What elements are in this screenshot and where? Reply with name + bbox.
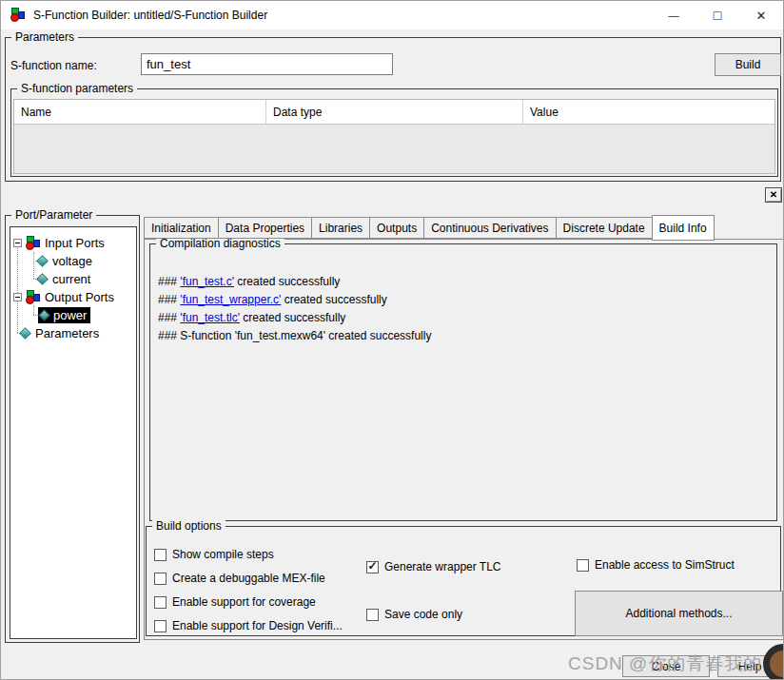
build-button[interactable]: Build	[715, 53, 781, 76]
checkbox-checked-icon: ✓	[366, 561, 379, 573]
checkbox-enable-design-verifier[interactable]: Enable support for Design Verifi...	[154, 618, 343, 633]
diagnostic-line: ### 'fun_test_wrapper.c' created success…	[158, 291, 769, 309]
tree-item-parameters[interactable]: Parameters	[10, 324, 136, 342]
checkbox-icon	[577, 559, 589, 572]
tab-bar: Initialization Data Properties Libraries…	[144, 217, 715, 239]
tab-libraries[interactable]: Libraries	[311, 217, 370, 239]
tab-continuous-derivatives[interactable]: Continuous Derivatives	[423, 217, 556, 239]
ports-group-icon	[26, 290, 41, 305]
checkbox-enable-simstruct[interactable]: Enable access to SimStruct	[577, 557, 735, 573]
sfunction-parameters-group: S-function parameters Name Data type Val…	[10, 88, 778, 177]
close-button[interactable]: Close	[622, 655, 710, 677]
close-pane-icon: ✕	[770, 190, 777, 200]
tree-item-label: Parameters	[35, 326, 99, 340]
port-diamond-icon	[36, 273, 49, 285]
tab-outputs[interactable]: Outputs	[369, 217, 424, 239]
collapse-icon[interactable]	[13, 239, 22, 247]
checkbox-icon	[154, 596, 167, 609]
column-header-value: Value	[523, 100, 774, 124]
file-link-fun-test-tlc[interactable]: 'fun_test.tlc'	[180, 311, 240, 324]
checkbox-label: Generate wrapper TLC	[384, 560, 501, 573]
checkbox-label: Show compile steps	[172, 548, 274, 561]
sfunction-parameters-legend: S-function parameters	[17, 82, 137, 95]
checkbox-label: Enable access to SimStruct	[595, 558, 735, 572]
column-header-name: Name	[14, 100, 266, 124]
port-parameter-tree: Input Ports voltage current Output Ports…	[10, 226, 137, 639]
tree-item-label: voltage	[52, 254, 92, 268]
collapse-icon[interactable]	[13, 293, 22, 301]
parameters-legend: Parameters	[11, 30, 78, 44]
close-icon: ✕	[756, 9, 767, 23]
additional-methods-button[interactable]: Additional methods...	[575, 591, 783, 636]
parameter-diamond-icon	[19, 327, 31, 340]
tree-item-label: current	[52, 272, 90, 286]
tree-item-output-ports[interactable]: Output Ports	[10, 288, 136, 306]
diagnostic-line: ### 'fun_test.c' created successfully	[158, 273, 769, 291]
ports-group-icon	[26, 236, 41, 251]
minimize-button[interactable]: —	[652, 1, 696, 29]
sfunction-name-input[interactable]	[141, 53, 393, 75]
port-parameter-group: Port/Parameter Input Ports voltage curre…	[5, 215, 140, 643]
compilation-diagnostics-legend: Compilation diagnostics	[156, 237, 284, 250]
tab-discrete-update[interactable]: Discrete Update	[556, 217, 653, 239]
port-diamond-icon	[38, 309, 50, 321]
minimize-icon: —	[669, 10, 679, 21]
close-pane-button[interactable]: ✕	[765, 187, 782, 203]
checkbox-create-debuggable-mex[interactable]: Create a debuggable MEX-file	[154, 571, 325, 586]
floating-widget-circle	[763, 644, 784, 680]
tree-item-power-selected[interactable]: power	[10, 306, 136, 324]
tree-item-input-ports[interactable]: Input Ports	[10, 234, 136, 252]
maximize-button[interactable]: □	[696, 1, 739, 29]
column-header-data-type: Data type	[266, 100, 523, 124]
tree-item-label: Output Ports	[45, 290, 114, 304]
close-window-button[interactable]: ✕	[739, 1, 783, 29]
checkbox-icon	[154, 620, 167, 632]
file-link-fun-test-wrapper-c[interactable]: 'fun_test_wrapper.c'	[180, 293, 281, 306]
checkbox-icon	[366, 609, 379, 621]
maximize-icon: □	[714, 8, 721, 23]
build-options-group: Build options Show compile steps Create …	[146, 526, 781, 636]
compilation-diagnostics-group: Compilation diagnostics ### 'fun_test.c'…	[149, 243, 777, 521]
checkbox-label: Enable support for Design Verifi...	[172, 619, 343, 632]
checkbox-generate-wrapper-tlc[interactable]: ✓ Generate wrapper TLC	[366, 559, 501, 574]
checkbox-icon	[154, 573, 167, 585]
tab-build-info[interactable]: Build Info	[652, 215, 715, 241]
port-diamond-icon	[36, 255, 49, 267]
checkbox-enable-coverage[interactable]: Enable support for coverage	[154, 594, 316, 610]
sfunction-builder-app-icon	[10, 8, 26, 23]
checkbox-label: Create a debuggable MEX-file	[172, 572, 325, 585]
diagnostic-line: ### 'fun_test.tlc' created successfully	[158, 309, 769, 327]
sfunction-builder-dialog: S-Function Builder: untitled/S-Function …	[0, 0, 784, 680]
tree-selection-highlight: power	[38, 307, 90, 323]
sfunction-name-label: S-function name:	[10, 59, 97, 72]
tab-data-properties[interactable]: Data Properties	[218, 217, 312, 239]
tree-item-label: Input Ports	[45, 236, 105, 250]
tab-initialization[interactable]: Initialization	[144, 217, 219, 239]
port-parameter-legend: Port/Parameter	[11, 208, 96, 222]
tree-item-current[interactable]: current	[10, 270, 136, 288]
window-title: S-Function Builder: untitled/S-Function …	[33, 1, 267, 29]
build-options-legend: Build options	[152, 519, 225, 533]
checkbox-label: Save code only	[384, 608, 462, 621]
title-bar: S-Function Builder: untitled/S-Function …	[1, 1, 783, 29]
checkbox-save-code-only[interactable]: Save code only	[366, 607, 462, 622]
checkbox-icon	[154, 549, 167, 561]
parameters-table-header: Name Data type Value	[14, 100, 774, 125]
tree-item-label: power	[53, 308, 87, 322]
parameters-table: Name Data type Value	[13, 99, 775, 174]
checkbox-show-compile-steps[interactable]: Show compile steps	[154, 547, 274, 562]
checkbox-label: Enable support for coverage	[172, 595, 316, 609]
diagnostics-output: ### 'fun_test.c' created successfully ##…	[158, 273, 769, 345]
file-link-fun-test-c[interactable]: 'fun_test.c'	[180, 275, 234, 288]
diagnostic-line: ### S-function 'fun_test.mexw64' created…	[158, 327, 769, 345]
tree-item-voltage[interactable]: voltage	[10, 252, 136, 270]
